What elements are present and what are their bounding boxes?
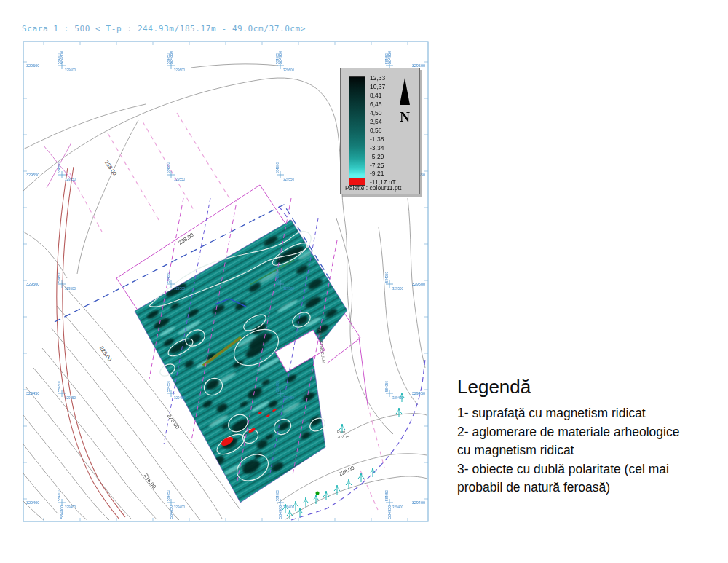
post-label: Post — [337, 430, 345, 434]
tree-icon — [396, 408, 402, 417]
contour-label: 226.00 — [166, 413, 181, 430]
grid-cross-label: 329600 — [174, 68, 186, 72]
grid-cross-label: 584900 — [276, 162, 280, 173]
north-label: N — [396, 109, 414, 125]
tree-icon — [293, 501, 298, 511]
tree-icon — [323, 491, 329, 500]
page: Scara 1 : 500 < T-p : 244.93m/185.17m - … — [0, 0, 728, 563]
palette-file-label: Palette : colour11.ptt — [345, 184, 401, 192]
legend-line: probabil de natură feroasă) — [457, 479, 697, 497]
grid-cross-label: 584800 — [58, 271, 61, 283]
grid-cross-label: 329500 — [65, 287, 76, 291]
palette-value: -7,25 — [370, 162, 396, 169]
grid-cross-label: 329450 — [283, 396, 295, 400]
palette-value: -9,21 — [370, 170, 396, 177]
grid-cross-label: 584900 — [276, 52, 280, 64]
tree-icon — [334, 485, 340, 495]
contour-label: 228.00 — [98, 345, 114, 363]
palette-value: 0,58 — [370, 127, 396, 134]
grid-cross-label: 584850 — [167, 162, 170, 173]
grid-cross-label: 329500 — [174, 287, 186, 291]
grid-cross-label: 584850 — [167, 271, 170, 283]
grid-cross-label: 329400 — [392, 505, 404, 509]
grid-cross-label: 329400 — [174, 505, 186, 509]
grid-cross-label: 584850 — [167, 489, 170, 501]
grid-cross-label: 584850 — [167, 52, 170, 64]
palette-value: -5,29 — [370, 154, 396, 160]
edge-coordinate-label: 584850 — [169, 505, 173, 519]
grid-cross-label: 329500 — [283, 287, 295, 291]
grid-cross-label: 329550 — [283, 178, 295, 181]
edge-coordinate-label: 329600 — [26, 63, 39, 68]
grid-cross-label: 584800 — [58, 489, 61, 501]
grid-cross-label: 329500 — [392, 287, 404, 291]
palette-value: -3,34 — [370, 145, 396, 151]
legend-line: 2- aglomerare de materiale arheologice — [457, 423, 697, 442]
grid-cross-label: 329450 — [65, 396, 76, 400]
palette-values: 12,33 10,37 8,41 6,45 4,50 2,54 0,58 -1,… — [370, 75, 396, 186]
palette-box: 12,33 10,37 8,41 6,45 4,50 2,54 0,58 -1,… — [340, 68, 420, 194]
grid-cross-label: 329550 — [174, 178, 186, 181]
north-arrow-icon — [400, 78, 410, 105]
grid-cross-label: 584900 — [276, 489, 280, 501]
edge-coordinate-label: 329400 — [26, 500, 39, 505]
contour-label: 238.00 — [178, 232, 195, 246]
grid-cross-label: 329550 — [65, 178, 76, 181]
tree-icon — [346, 479, 352, 489]
palette-value: 2,54 — [370, 119, 396, 125]
legend-title: Legendă — [457, 376, 697, 398]
grid-cross-label: 584900 — [276, 271, 280, 283]
edge-coordinate-label: 584900 — [278, 505, 282, 519]
palette-value: 10,37 — [370, 84, 396, 90]
grid-cross-label: 329400 — [65, 505, 76, 509]
grid-cross-label: 584950 — [385, 52, 389, 64]
palette-value: 6,45 — [370, 101, 396, 108]
grid-cross-label: 584800 — [58, 162, 61, 173]
grid-cross-label: 329600 — [283, 68, 295, 72]
palette-value: 8,41 — [370, 92, 396, 99]
palette-value: 4,50 — [370, 110, 396, 117]
grid-cross-label: 584950 — [385, 380, 389, 392]
palette-gradient — [349, 77, 365, 178]
tree-icon — [358, 473, 364, 482]
edge-coordinate-label: 329450 — [412, 391, 425, 395]
edge-coordinate-label: 329500 — [412, 282, 425, 286]
grid-cross-label: 584950 — [385, 271, 389, 283]
edge-coordinate-label: 329550 — [26, 173, 39, 177]
grid-cross-label: 329450 — [174, 396, 186, 400]
legend-line: 1- suprafaţă cu magnetism ridicat — [457, 404, 697, 423]
edge-coordinate-label: 329400 — [412, 500, 425, 505]
palette-value: 12,33 — [370, 75, 396, 82]
edge-coordinate-label: 329500 — [26, 282, 39, 286]
tree-icon — [399, 393, 405, 402]
legend-line: 3- obiecte cu dublă polaritate (cel mai — [457, 460, 697, 479]
contour-label: 218.00 — [143, 473, 158, 490]
edge-coordinate-label: 584950 — [387, 505, 392, 519]
edge-coordinate-label: 329450 — [26, 391, 39, 395]
grid-cross-label: 329600 — [65, 68, 76, 72]
contour-label: 228.00 — [338, 465, 356, 478]
edge-coordinate-label: 584800 — [60, 505, 64, 519]
legend-block: Legendă 1- suprafaţă cu magnetism ridica… — [457, 376, 697, 497]
contour-label: 238.00 — [103, 160, 119, 177]
tree-icon — [303, 497, 309, 507]
grid-cross-label: 584800 — [58, 52, 61, 64]
palette-colorbar — [349, 76, 365, 186]
tree-icon — [313, 495, 319, 504]
grid-cross-label: 584900 — [276, 380, 280, 392]
post-label: 202.75 — [337, 435, 349, 439]
north-indicator: N — [396, 78, 414, 125]
legend-line: cu magnetism ridicat — [457, 441, 697, 460]
palette-value: -1,38 — [370, 136, 396, 143]
grid-cross-label: 584800 — [58, 380, 61, 392]
grid-cross-label: 584950 — [385, 489, 389, 501]
road-line — [57, 167, 125, 519]
grid-cross-label: 584850 — [167, 380, 170, 392]
